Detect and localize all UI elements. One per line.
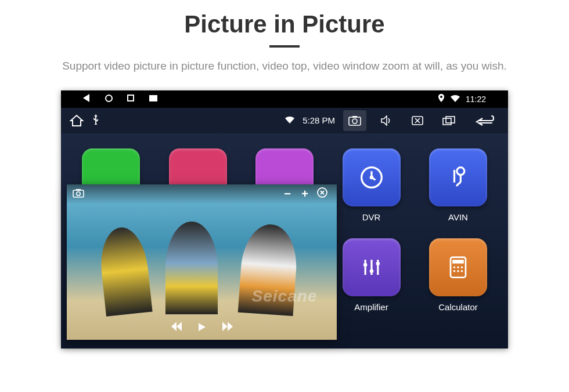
usb-icon xyxy=(87,114,110,126)
title-underline xyxy=(269,45,300,48)
svg-point-11 xyxy=(376,262,380,266)
screenshot-button[interactable] xyxy=(343,110,366,131)
android-navbar: 11:22 xyxy=(61,90,508,108)
device-screenshot: 11:22 5:28 PM xyxy=(61,90,508,349)
svg-rect-13 xyxy=(452,260,464,264)
back-icon[interactable] xyxy=(83,94,105,104)
page-subtitle: Support video picture in picture functio… xyxy=(35,58,534,74)
pip-play-pause-button[interactable] xyxy=(197,322,207,335)
status-clock: 11:22 xyxy=(466,95,486,104)
app-label: Amplifier xyxy=(338,302,405,312)
app-calculator[interactable]: Calculator xyxy=(424,238,492,312)
launcher-home-icon[interactable] xyxy=(69,114,87,128)
app-avin[interactable]: AVIN xyxy=(424,148,492,222)
svg-point-7 xyxy=(369,175,373,179)
pip-next-button[interactable] xyxy=(222,322,235,335)
return-button[interactable] xyxy=(469,110,500,131)
svg-point-14 xyxy=(453,266,455,268)
svg-point-10 xyxy=(369,269,373,273)
pip-camera-icon[interactable] xyxy=(73,188,84,200)
svg-point-17 xyxy=(453,270,455,271)
home-icon[interactable] xyxy=(105,95,127,104)
app-label: AVIN xyxy=(424,212,492,222)
svg-point-8 xyxy=(457,167,464,175)
svg-point-15 xyxy=(457,266,459,268)
video-figure xyxy=(97,225,152,317)
svg-rect-2 xyxy=(352,116,357,118)
close-screen-button[interactable] xyxy=(406,110,429,131)
pip-controls-bottom xyxy=(169,322,235,335)
pip-window[interactable]: − + xyxy=(67,184,337,340)
wifi-icon xyxy=(451,95,460,104)
app-dvr[interactable]: DVR xyxy=(338,148,405,222)
recent-apps-icon[interactable] xyxy=(127,95,149,103)
volume-button[interactable] xyxy=(374,110,398,131)
svg-rect-20 xyxy=(73,190,84,197)
svg-point-9 xyxy=(363,263,367,267)
svg-rect-0 xyxy=(349,117,361,125)
svg-point-1 xyxy=(352,119,357,124)
wifi-small-icon xyxy=(285,115,294,125)
svg-rect-22 xyxy=(76,189,81,191)
pip-zoom-out-button[interactable]: − xyxy=(279,187,296,201)
location-icon xyxy=(438,94,445,104)
svg-point-21 xyxy=(77,191,80,195)
app-amplifier[interactable]: Amplifier xyxy=(338,238,405,312)
svg-point-19 xyxy=(461,270,463,271)
svg-rect-5 xyxy=(446,117,455,123)
page-title: Picture in Picture xyxy=(0,10,569,48)
pip-close-button[interactable] xyxy=(314,187,331,201)
launcher-topbar: 5:28 PM xyxy=(61,108,508,133)
app-label: Calculator xyxy=(424,302,492,312)
launcher-time: 5:28 PM xyxy=(302,115,335,125)
svg-point-18 xyxy=(457,270,459,271)
video-figure xyxy=(238,222,300,315)
pip-zoom-in-button[interactable]: + xyxy=(296,187,314,201)
multiwindow-button[interactable] xyxy=(437,110,460,131)
svg-rect-4 xyxy=(443,118,451,125)
video-figure xyxy=(165,222,218,314)
gallery-notification-icon[interactable] xyxy=(149,95,171,103)
pip-prev-button[interactable] xyxy=(169,322,182,335)
app-label: DVR xyxy=(338,212,405,222)
svg-point-16 xyxy=(461,266,463,268)
pip-controls-top: − + xyxy=(67,184,337,204)
